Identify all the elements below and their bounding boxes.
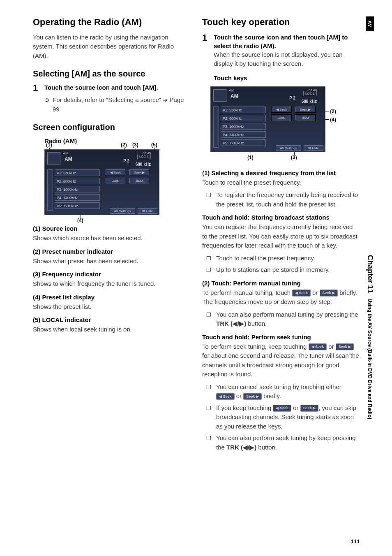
page-number: 111 <box>351 538 360 544</box>
seek-right-inline-icon: Seek ▶ <box>243 393 262 400</box>
preset-row-3[interactable]: P3: 1000kHz <box>55 186 100 192</box>
right-step-1: 1 Touch the source icon and then touch [… <box>202 33 359 69</box>
side-av-label: AV <box>366 16 374 31</box>
seek-right-button[interactable]: Seek ▶ <box>129 169 149 175</box>
step-number: 1 <box>202 33 214 69</box>
preset-row-5[interactable]: P5: 1710kHz <box>221 139 266 146</box>
seek-left-inline-icon: ◀ Seek <box>309 343 327 350</box>
seek-right-inline-icon: Seek ▶ <box>300 405 319 412</box>
av-settings-button[interactable]: AV Settings <box>276 145 301 151</box>
shot-loc-indicator: LOC 1 <box>303 91 317 96</box>
right-arrow-icon: ➔ <box>163 97 168 103</box>
touch-hold-store-desc: You can register the frequency currently… <box>202 222 359 250</box>
av-settings-button[interactable]: AV Settings <box>110 208 135 214</box>
callout-1: (1) <box>46 142 52 148</box>
note-trk-seek: ❐ You can also perform seek tuning by ke… <box>202 433 359 452</box>
sec1-desc: Touch to recall the preset frequency. <box>202 178 359 188</box>
note-bullet-icon: ❐ <box>206 190 216 209</box>
item5-desc: Shows when local seek tuning is on. <box>33 325 190 334</box>
side-sub-label: Using the AV Source (Built-in DVD Drive … <box>365 295 374 421</box>
local-button[interactable]: Local <box>272 115 291 120</box>
item4-head: (4) Preset list display <box>33 293 190 301</box>
hint-text-pre: For details, refer to "Selecting a sourc… <box>53 96 163 103</box>
screenshot-touch-keys: (2) (4) (1) (3) AM AM 08:49 LOC 1 P 2 60… <box>210 86 325 152</box>
step-head: Touch the source icon and touch [AM]. <box>44 83 190 92</box>
callout-4: (4) <box>77 218 83 223</box>
touch-hold-seek-head: Touch and hold: Perform seek tuning <box>202 333 359 341</box>
seek-right-inline-icon: Seek ▶ <box>320 290 338 297</box>
bsm-button[interactable]: BSM <box>129 178 149 183</box>
preset-row-4[interactable]: P4: 1400kHz <box>55 194 100 201</box>
shot-loc-indicator: LOC 1 <box>137 154 151 159</box>
left-column: Operating the Radio (AM) You can listen … <box>33 16 190 454</box>
item2-head: (2) Preset number indicator <box>33 247 190 256</box>
side-tab: AV Chapter 11 Using the AV Source (Built… <box>364 16 376 421</box>
shot-preset-indicator: P 2 <box>123 159 129 163</box>
note-trk-manual: ❐ You can also perform manual tuning by … <box>202 310 359 329</box>
preset-row-1[interactable]: P1: 530kHz <box>221 107 266 113</box>
note-text: Touch to recall the preset frequency. <box>216 254 315 263</box>
note-bullet-icon: ❐ <box>206 403 216 431</box>
sec1-head: (1) Selecting a desired frequency from t… <box>202 169 359 177</box>
callout-5: (5) <box>151 142 157 148</box>
item1-head: (1) Source icon <box>33 224 190 233</box>
heading-touch-key-op: Touch key operation <box>202 16 359 28</box>
intro-text: You can listen to the radio by using the… <box>33 33 190 61</box>
source-icon-button[interactable] <box>47 152 60 164</box>
trk-button-label: TRK (◀/▶) <box>216 320 246 327</box>
shot-scrollbar[interactable] <box>47 169 53 211</box>
preset-row-5[interactable]: P5: 1710kHz <box>55 202 100 209</box>
screenshot-frame: AM AM 08:49 LOC 1 P 2 600 kHz P1: 530kHz… <box>210 86 325 152</box>
shot-am-small: AM <box>229 88 235 93</box>
note-six-stations: ❐ Up to 6 stations can be stored in memo… <box>202 265 359 275</box>
seek-left-button[interactable]: ◀ Seek <box>272 107 291 112</box>
preset-row-3[interactable]: P3: 1000kHz <box>221 123 266 130</box>
touch-hold-seek-desc: To perform seek tuning, keep touching ◀ … <box>202 342 359 379</box>
trk-button-label: TRK (◀/▶) <box>226 444 256 451</box>
callout-3: (3) <box>291 155 297 160</box>
callout-3: (3) <box>132 142 138 148</box>
callout-2: (2) <box>330 109 336 114</box>
note-bullet-icon: ❐ <box>206 310 216 329</box>
note-bullet-icon: ❐ <box>206 382 216 401</box>
bsm-button[interactable]: BSM <box>295 115 315 120</box>
note-text: Up to 6 stations can be stored in memory… <box>216 265 330 275</box>
note-cancel-seek: ❐ You can cancel seek tuning by touching… <box>202 382 359 401</box>
touch-keys-label: Touch keys <box>202 74 359 82</box>
shot-am-small: AM <box>63 151 69 155</box>
item5-head: (5) LOCAL indicator <box>33 315 190 324</box>
note-bullet-icon: ❐ <box>206 433 216 452</box>
shot-source-label: AM <box>65 156 72 162</box>
note-bullet-icon: ❐ <box>206 265 216 275</box>
local-button[interactable]: Local <box>106 178 125 183</box>
shot-scrollbar[interactable] <box>213 107 219 148</box>
shot-freq-indicator: 600 kHz <box>136 162 151 167</box>
heading-operating-radio: Operating the Radio (AM) <box>33 16 190 28</box>
preset-row-1[interactable]: P1: 530kHz <box>55 169 100 176</box>
hide-button[interactable]: ⊠ Hide <box>304 145 323 151</box>
callout-4: (4) <box>330 117 336 123</box>
heading-selecting-am: Selecting [AM] as the source <box>33 69 190 79</box>
seek-left-button[interactable]: ◀ Seek <box>106 169 125 175</box>
touch-hold-store-head: Touch and hold: Storing broadcast statio… <box>202 213 359 222</box>
sec2-head: (2) Touch: Perform manual tuning <box>202 279 359 287</box>
preset-row-2[interactable]: P2: 600kHz <box>221 115 266 121</box>
step-number: 1 <box>33 83 44 93</box>
preset-row-4[interactable]: P4: 1400kHz <box>221 131 266 138</box>
hide-button[interactable]: ⊠ Hide <box>138 208 157 214</box>
callout-2: (2) <box>121 142 127 148</box>
heading-screen-config: Screen configuration <box>33 122 190 132</box>
note-keep-touching: ❐ If you keep touching ◀ Seek or Seek ▶,… <box>202 403 359 431</box>
seek-right-button[interactable]: Seek ▶ <box>295 107 315 112</box>
shot-freq-indicator: 600 kHz <box>302 99 317 104</box>
source-icon-button[interactable] <box>213 89 226 102</box>
hint-bullet-icon: ➲ <box>44 95 53 114</box>
step-body: When the source icon is not displayed, y… <box>214 50 359 69</box>
hint-selecting-source: ➲ For details, refer to "Selecting a sou… <box>33 95 190 114</box>
side-chapter-label: Chapter 11 <box>365 253 375 295</box>
note-register-freq: ❐ To register the frequency currently be… <box>202 190 359 209</box>
shot-preset-indicator: P 2 <box>289 96 295 100</box>
preset-row-2[interactable]: P2: 600kHz <box>55 178 100 184</box>
note-bullet-icon: ❐ <box>206 254 216 263</box>
item3-head: (3) Frequency indicator <box>33 270 190 278</box>
